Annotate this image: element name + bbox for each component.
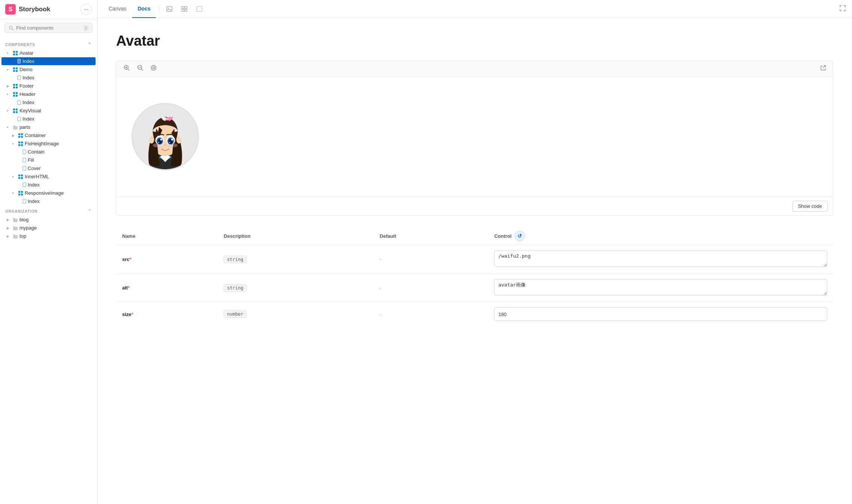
props-table: Name Description Default Control ↺ <box>116 227 833 326</box>
sidebar-label-keyvisual-index: Index <box>22 116 34 122</box>
sidebar-item-footer[interactable]: ▶ Footer <box>1 82 96 90</box>
zoom-reset-button[interactable] <box>149 64 158 73</box>
zoom-out-button[interactable] <box>135 64 145 73</box>
svg-point-71 <box>176 137 182 143</box>
sidebar-item-innerhtml-index[interactable]: Index <box>1 181 96 189</box>
sidebar-item-avatar-index[interactable]: Index <box>1 57 96 65</box>
tab-icon-grid[interactable] <box>177 0 191 18</box>
fullscreen-button[interactable] <box>839 5 846 13</box>
sidebar-label-cover: Cover <box>28 166 41 171</box>
sidebar-item-cover[interactable]: Cover <box>1 164 96 172</box>
preview-footer: Show code <box>117 197 833 215</box>
sidebar-item-avatar[interactable]: ▾ Avatar <box>1 49 96 57</box>
svg-rect-19 <box>13 95 15 97</box>
svg-point-70 <box>149 137 154 143</box>
svg-rect-41 <box>21 177 23 179</box>
svg-rect-9 <box>16 67 18 69</box>
preview-toolbar <box>117 61 833 77</box>
svg-line-1 <box>12 28 13 30</box>
tab-docs[interactable]: Docs <box>132 0 155 18</box>
col-header-default: Default <box>374 227 488 245</box>
menu-dots-button[interactable]: ··· <box>81 4 92 15</box>
svg-rect-44 <box>21 191 23 193</box>
show-code-button[interactable]: Show code <box>792 201 828 212</box>
sidebar-item-responsiveimage-index[interactable]: Index <box>1 197 96 205</box>
share-button[interactable] <box>819 64 828 73</box>
sidebar-item-header-index[interactable]: Index <box>1 98 96 106</box>
svg-rect-26 <box>18 117 21 121</box>
svg-rect-20 <box>16 95 18 97</box>
tab-separator <box>159 5 159 13</box>
expand-arrow-avatar: ▾ <box>7 51 11 55</box>
story-icon-innerhtml-index <box>22 182 26 187</box>
svg-rect-21 <box>18 100 21 104</box>
sidebar-item-header[interactable]: ▾ Header <box>1 90 96 98</box>
sidebar-item-fixheightimage[interactable]: ▾ FixHeightImage <box>1 140 96 148</box>
sidebar-item-container[interactable]: ▶ Container <box>1 131 96 139</box>
svg-point-82 <box>153 143 158 147</box>
sidebar-label-mypage: mypage <box>19 225 37 231</box>
app-title: Storybook <box>19 6 50 13</box>
svg-rect-54 <box>197 6 202 12</box>
story-icon-contain <box>22 149 26 154</box>
expand-arrow-fixheightimage: ▾ <box>12 142 16 146</box>
src-input[interactable] <box>494 251 827 267</box>
sidebar-item-contain[interactable]: Contain <box>1 148 96 156</box>
svg-rect-33 <box>18 144 20 146</box>
sidebar-item-parts[interactable]: ▾ parts <box>1 123 96 131</box>
organization-collapse-icon[interactable]: ⌃ <box>88 209 92 214</box>
svg-rect-46 <box>21 194 23 195</box>
search-input[interactable] <box>16 25 81 31</box>
story-icon-responsiveimage-index <box>22 199 26 204</box>
tab-icon-image[interactable] <box>162 0 176 18</box>
storybook-logo-icon: S <box>5 4 16 15</box>
sidebar-label-top: top <box>19 233 26 239</box>
sidebar-item-responsiveimage[interactable]: ▾ ResponsiveImage <box>1 189 96 197</box>
svg-rect-27 <box>18 133 20 135</box>
svg-rect-10 <box>13 70 15 72</box>
prop-type-src: string <box>218 245 374 274</box>
svg-point-63 <box>153 67 155 69</box>
sidebar-label-fixheightimage: FixHeightImage <box>25 141 59 146</box>
prop-name-src: src* <box>116 245 218 274</box>
sidebar-label-innerhtml-index: Index <box>28 182 40 188</box>
svg-rect-31 <box>18 142 20 143</box>
table-row: alt* string - <box>116 274 833 302</box>
sidebar-item-fill[interactable]: Fill <box>1 156 96 164</box>
story-icon-fill <box>22 158 26 163</box>
svg-rect-13 <box>13 84 15 86</box>
sidebar-item-demo-index[interactable]: Index <box>1 74 96 82</box>
prop-default-src: - <box>374 245 488 274</box>
page-title: Avatar <box>116 33 833 49</box>
tab-icon-expand[interactable] <box>192 0 206 18</box>
organization-section-header: ORGANIZATION ⌃ <box>0 206 97 215</box>
svg-rect-25 <box>16 111 18 113</box>
table-row: src* string - <box>116 245 833 274</box>
prop-name-alt: alt* <box>116 274 218 302</box>
size-input[interactable] <box>494 307 827 321</box>
sidebar-item-innerhtml[interactable]: ▾ InnerHTML <box>1 173 96 180</box>
svg-point-69 <box>166 118 169 121</box>
logo-area: S Storybook <box>5 4 50 15</box>
tab-bar: Canvas Docs <box>103 0 206 18</box>
preview-content <box>117 77 833 197</box>
components-section-header: COMPONENTS ⌃ <box>0 39 97 49</box>
sidebar-item-demo[interactable]: ▾ Demo <box>1 66 96 73</box>
sidebar-item-top[interactable]: ▶ top <box>1 232 96 240</box>
svg-rect-43 <box>18 191 20 193</box>
folder-icon-blog <box>13 218 18 222</box>
reset-controls-button[interactable]: ↺ <box>514 231 525 241</box>
sidebar-item-mypage[interactable]: ▶ mypage <box>1 224 96 232</box>
alt-input[interactable] <box>494 279 827 295</box>
expand-arrow-footer: ▶ <box>7 84 11 88</box>
story-icon-keyvisual-index <box>17 116 21 121</box>
zoom-in-button[interactable] <box>122 64 132 73</box>
sidebar-item-blog[interactable]: ▶ blog <box>1 216 96 224</box>
story-icon-header-index <box>17 100 21 105</box>
sidebar-item-keyvisual[interactable]: ▾ KeyVisual <box>1 107 96 115</box>
svg-line-58 <box>128 69 130 71</box>
tab-canvas[interactable]: Canvas <box>103 0 132 18</box>
components-collapse-icon[interactable]: ⌃ <box>88 42 92 47</box>
svg-rect-8 <box>13 67 15 69</box>
sidebar-item-keyvisual-index[interactable]: Index <box>1 115 96 123</box>
